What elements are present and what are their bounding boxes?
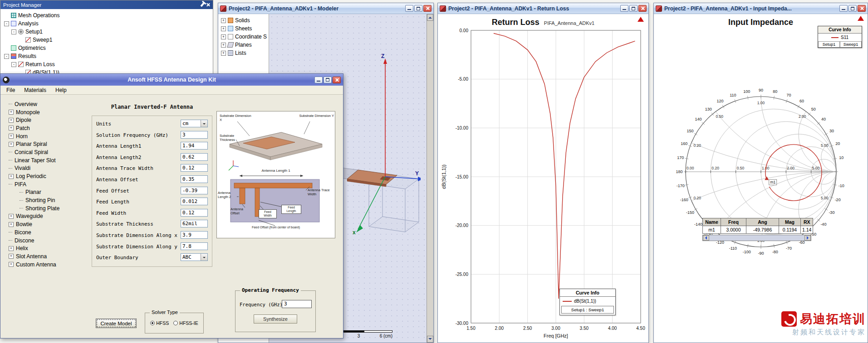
- tree-toggle[interactable]: +: [9, 214, 14, 219]
- tree-toggle[interactable]: +: [9, 134, 14, 139]
- tree-toggle[interactable]: +: [9, 118, 14, 123]
- dropdown-arrow-icon[interactable]: [201, 120, 207, 127]
- tree-toggle[interactable]: +: [9, 262, 14, 267]
- modeler-tree-item-coordinate-s[interactable]: +Coordinate S: [218, 33, 269, 41]
- adk-nav-item-patch[interactable]: +Patch: [3, 124, 90, 132]
- tree-toggle[interactable]: +: [9, 142, 14, 147]
- field-input[interactable]: 1.94: [181, 142, 208, 150]
- minimize-button[interactable]: [314, 77, 323, 83]
- scroll-down-button[interactable]: [427, 336, 433, 343]
- modeler-tree-item-planes[interactable]: +Planes: [218, 41, 269, 49]
- adk-nav-item-bicone[interactable]: Bicone: [3, 228, 90, 237]
- tree-toggle[interactable]: +: [9, 174, 14, 179]
- horizontal-scrollbar[interactable]: [702, 235, 811, 241]
- field-input[interactable]: 3: [181, 131, 208, 139]
- field-input[interactable]: 7.8: [181, 242, 208, 250]
- adk-nav-item-conical-spiral[interactable]: Conical Spiral: [3, 148, 90, 156]
- adk-nav-item-bowtie[interactable]: +Bowtie: [3, 220, 90, 228]
- radio-button-icon[interactable]: [150, 321, 155, 325]
- menu-materials[interactable]: Materials: [20, 86, 50, 94]
- adk-nav-item-horn[interactable]: +Horn: [3, 132, 90, 140]
- radio-hfss[interactable]: HFSS: [150, 320, 169, 326]
- modeler-titlebar[interactable]: Project2 - PIFA_Antenna_ADKv1 - Modeler: [218, 3, 433, 14]
- adk-nav-item-linear-taper-slot[interactable]: Linear Taper Slot: [3, 156, 90, 164]
- field-select[interactable]: cm: [181, 120, 208, 127]
- adk-nav-item-planar[interactable]: Planar: [3, 188, 90, 197]
- create-model-button[interactable]: Create Model: [96, 319, 137, 328]
- field-input[interactable]: 0.12: [181, 164, 208, 172]
- maximize-button[interactable]: [629, 5, 638, 12]
- tree-toggle[interactable]: +: [9, 110, 14, 115]
- tree-item[interactable]: Sweep1: [0, 36, 213, 44]
- dropdown-arrow-icon[interactable]: [201, 254, 207, 261]
- input-impedance-titlebar[interactable]: Project2 - PIFA_Antenna_ADKv1 - Input Im…: [654, 3, 868, 14]
- minimize-button[interactable]: [405, 5, 413, 12]
- adk-nav-item-shorting-plate[interactable]: Shorting Plate: [3, 204, 90, 213]
- adk-nav-item-slot-antenna[interactable]: +Slot Antenna: [3, 252, 90, 261]
- tree-toggle[interactable]: +: [9, 126, 14, 130]
- scroll-left-button[interactable]: [703, 235, 709, 241]
- close-button[interactable]: [638, 5, 647, 12]
- adk-nav-item-waveguide[interactable]: +Waveguide: [3, 213, 90, 221]
- return-loss-titlebar[interactable]: Project2 - PIFA_Antenna_ADKv1 - Return L…: [438, 3, 648, 14]
- tree-item[interactable]: -Analysis: [0, 19, 213, 28]
- close-button[interactable]: [333, 77, 341, 83]
- adk-nav-item-dipole[interactable]: +Dipole: [3, 116, 90, 124]
- tree-toggle[interactable]: -: [4, 54, 9, 59]
- maximize-button[interactable]: [324, 77, 332, 83]
- pin-icon[interactable]: [201, 3, 205, 7]
- tree-toggle[interactable]: +: [9, 254, 14, 259]
- radio-hfss-ie[interactable]: HFSS-IE: [173, 320, 198, 326]
- adk-nav-item-custom-antenna[interactable]: +Custom Antenna: [3, 261, 90, 269]
- tree-item[interactable]: Optimetrics: [0, 44, 213, 52]
- maximize-button[interactable]: [848, 5, 857, 12]
- scroll-up-button[interactable]: [427, 14, 433, 21]
- field-input[interactable]: 0.012: [181, 198, 208, 205]
- tree-item[interactable]: -Setup1: [0, 28, 213, 36]
- adk-nav-item-discone[interactable]: Discone: [3, 237, 90, 245]
- field-input[interactable]: 0.12: [181, 209, 208, 217]
- menu-help[interactable]: Help: [51, 86, 71, 94]
- close-icon[interactable]: [206, 3, 210, 7]
- tree-toggle[interactable]: +: [221, 34, 226, 39]
- field-input[interactable]: 0.35: [181, 175, 208, 183]
- adk-titlebar[interactable]: Ansoft HFSS Antenna Design Kit: [0, 74, 343, 86]
- tree-toggle[interactable]: +: [221, 18, 226, 23]
- tree-toggle[interactable]: -: [4, 21, 9, 26]
- maximize-button[interactable]: [414, 5, 422, 12]
- field-input[interactable]: 62mil: [181, 220, 208, 227]
- tree-toggle[interactable]: +: [9, 222, 14, 227]
- field-input[interactable]: -0.39: [181, 187, 208, 194]
- minimize-button[interactable]: [620, 5, 628, 12]
- tree-toggle[interactable]: +: [221, 26, 226, 31]
- field-input[interactable]: 3.9: [181, 231, 208, 239]
- adk-nav-item-helix[interactable]: +Helix: [3, 244, 90, 252]
- close-button[interactable]: [858, 5, 866, 12]
- radio-button-icon[interactable]: [173, 321, 178, 325]
- modeler-tree-item-lists[interactable]: +Lists: [218, 49, 269, 57]
- adk-nav-item-log-periodic[interactable]: +Log Periodic: [3, 172, 90, 180]
- tree-toggle[interactable]: -: [11, 62, 16, 67]
- menu-file[interactable]: File: [2, 86, 19, 94]
- synthesize-button[interactable]: Synthesize: [254, 314, 297, 324]
- adk-nav-item-planar-spiral[interactable]: +Planar Spiral: [3, 140, 90, 148]
- tree-item[interactable]: Mesh Operations: [0, 11, 213, 19]
- frequency-input[interactable]: 3: [282, 300, 312, 308]
- tree-toggle[interactable]: +: [221, 51, 226, 56]
- tree-toggle[interactable]: +: [9, 246, 14, 251]
- tree-toggle[interactable]: +: [221, 43, 226, 48]
- modeler-tree-item-sheets[interactable]: +Sheets: [218, 24, 269, 33]
- adk-nav-item-monopole[interactable]: +Monopole: [3, 108, 90, 116]
- adk-nav-item-overview[interactable]: Overview: [3, 100, 90, 108]
- vertical-scrollbar[interactable]: [427, 14, 433, 343]
- tree-item[interactable]: -Results: [0, 52, 213, 60]
- field-input[interactable]: 0.62: [181, 153, 208, 161]
- adk-nav-item-pifa[interactable]: PIFA: [3, 180, 90, 188]
- adk-nav-item-vivaldi[interactable]: Vivaldi: [3, 164, 90, 173]
- tree-item[interactable]: -Return Loss: [0, 60, 213, 68]
- field-select[interactable]: ABC: [181, 253, 208, 261]
- adk-nav-item-shorting-pin[interactable]: Shorting Pin: [3, 196, 90, 204]
- modeler-tree-item-solids[interactable]: +Solids: [218, 16, 269, 24]
- minimize-button[interactable]: [839, 5, 848, 12]
- close-button[interactable]: [423, 5, 432, 12]
